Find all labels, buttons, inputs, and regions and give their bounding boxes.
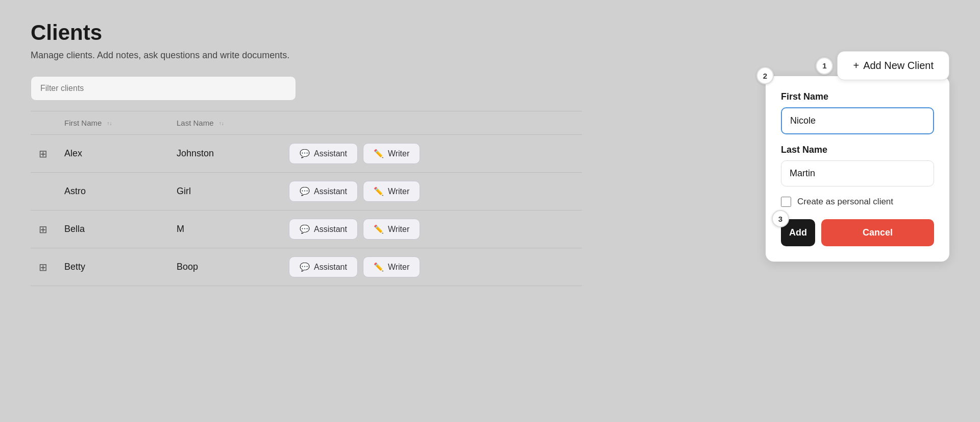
assistant-button[interactable]: 💬Assistant xyxy=(289,143,358,164)
personal-client-checkbox[interactable] xyxy=(781,197,791,207)
assistant-button[interactable]: 💬Assistant xyxy=(289,219,358,240)
step-3-badge: 3 xyxy=(772,210,789,227)
writer-icon: ✏️ xyxy=(374,224,384,234)
row-last-name: Boop xyxy=(168,248,281,286)
add-client-form-panel: 2 First Name Last Name Create as persona… xyxy=(766,76,949,262)
row-last-name: M xyxy=(168,210,281,248)
filter-input[interactable] xyxy=(31,76,296,101)
row-first-name: Bella xyxy=(56,210,168,248)
page-title: Clients xyxy=(31,20,582,45)
table-header-row: First Name ↑↓ Last Name ↑↓ xyxy=(31,111,582,135)
writer-icon: ✏️ xyxy=(374,149,384,158)
writer-icon: ✏️ xyxy=(374,186,384,196)
writer-button[interactable]: ✏️Writer xyxy=(363,143,420,164)
row-icon-cell: ⊞ xyxy=(31,248,56,286)
step-2-badge: 2 xyxy=(756,67,774,84)
assistant-button[interactable]: 💬Assistant xyxy=(289,256,358,277)
grid-icon: ⊞ xyxy=(39,224,47,235)
assistant-icon: 💬 xyxy=(300,149,310,158)
row-first-name: Betty xyxy=(56,248,168,286)
row-icon-cell xyxy=(31,173,56,210)
personal-client-checkbox-row: Create as personal client xyxy=(781,197,934,207)
grid-icon: ⊞ xyxy=(39,148,47,159)
row-first-name: Astro xyxy=(56,173,168,210)
row-last-name: Girl xyxy=(168,173,281,210)
form-actions: 3 Add Cancel xyxy=(781,219,934,246)
main-content: Clients Manage clients. Add notes, ask q… xyxy=(0,0,612,307)
row-actions: 💬Assistant✏️Writer xyxy=(281,135,582,173)
add-client-button-wrapper: 1 + Add New Client xyxy=(816,51,949,80)
filter-bar xyxy=(31,76,582,101)
assistant-icon: 💬 xyxy=(300,224,310,234)
add-new-client-button[interactable]: + Add New Client xyxy=(837,51,949,80)
row-actions: 💬Assistant✏️Writer xyxy=(281,210,582,248)
col-header-icon xyxy=(31,111,56,135)
cancel-button[interactable]: Cancel xyxy=(821,219,934,246)
sort-last-name-icon[interactable]: ↑↓ xyxy=(219,121,224,126)
top-right-area: 1 + Add New Client 2 First Name Last Nam… xyxy=(766,51,949,262)
row-actions: 💬Assistant✏️Writer xyxy=(281,248,582,286)
writer-button[interactable]: ✏️Writer xyxy=(363,181,420,202)
col-header-first-name[interactable]: First Name ↑↓ xyxy=(56,111,168,135)
writer-icon: ✏️ xyxy=(374,262,384,272)
step-1-badge: 1 xyxy=(816,57,833,75)
assistant-button[interactable]: 💬Assistant xyxy=(289,181,358,202)
table-row: ⊞AlexJohnston💬Assistant✏️Writer xyxy=(31,135,582,173)
writer-button[interactable]: ✏️Writer xyxy=(363,256,420,277)
col-header-last-name[interactable]: Last Name ↑↓ xyxy=(168,111,281,135)
assistant-icon: 💬 xyxy=(300,186,310,196)
plus-icon: + xyxy=(853,60,859,72)
sort-first-name-icon[interactable]: ↑↓ xyxy=(107,121,112,126)
assistant-icon: 💬 xyxy=(300,262,310,272)
col-header-actions xyxy=(281,111,582,135)
writer-button[interactable]: ✏️Writer xyxy=(363,219,420,240)
first-name-label: First Name xyxy=(781,91,934,102)
table-row: ⊞BettyBoop💬Assistant✏️Writer xyxy=(31,248,582,286)
last-name-label: Last Name xyxy=(781,145,934,155)
page-subtitle: Manage clients. Add notes, ask questions… xyxy=(31,50,582,61)
row-icon-cell: ⊞ xyxy=(31,210,56,248)
table-row: ⊞BellaM💬Assistant✏️Writer xyxy=(31,210,582,248)
row-first-name: Alex xyxy=(56,135,168,173)
personal-client-label: Create as personal client xyxy=(797,197,893,207)
table-row: AstroGirl💬Assistant✏️Writer xyxy=(31,173,582,210)
row-actions: 💬Assistant✏️Writer xyxy=(281,173,582,210)
row-last-name: Johnston xyxy=(168,135,281,173)
clients-table: First Name ↑↓ Last Name ↑↓ ⊞AlexJohnston… xyxy=(31,111,582,286)
grid-icon: ⊞ xyxy=(39,262,47,273)
last-name-input[interactable] xyxy=(781,160,934,186)
first-name-input[interactable] xyxy=(781,107,934,134)
row-icon-cell: ⊞ xyxy=(31,135,56,173)
